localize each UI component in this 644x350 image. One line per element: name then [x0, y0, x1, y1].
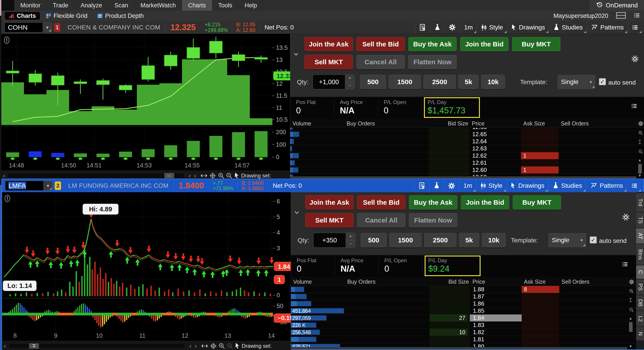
- price-cell[interactable]: 1.85: [470, 307, 522, 314]
- zoom-in-icon[interactable]: [218, 343, 225, 349]
- menu-tools[interactable]: Tools: [212, 0, 238, 11]
- sell-the-bid-button[interactable]: Sell the Bid: [356, 37, 405, 51]
- timeframe-selector[interactable]: 1m: [459, 179, 476, 192]
- cancel-all-button[interactable]: Cancel All: [356, 55, 405, 69]
- flatten-now-button[interactable]: Flatten Now: [409, 213, 457, 227]
- bid-size-cell[interactable]: 27: [430, 315, 468, 322]
- qty-decrement-button[interactable]: −: [345, 82, 354, 89]
- ladder-zoom-in-icon[interactable]: [638, 130, 643, 136]
- sell-mkt-button[interactable]: Sell MKT: [304, 55, 353, 69]
- ladder-center-icon[interactable]: [629, 298, 632, 303]
- price-cell[interactable]: 1.80: [470, 343, 522, 347]
- price-cell[interactable]: 12.66: [469, 128, 521, 131]
- qty-increment-button[interactable]: +: [346, 233, 355, 240]
- menu-analyze[interactable]: Analyze: [75, 0, 108, 11]
- split-layout-icon[interactable]: [616, 12, 626, 20]
- ladder-row[interactable]: 1.81: [291, 336, 636, 343]
- buy-the-ask-button[interactable]: Buy the Ask: [408, 37, 456, 51]
- symbol-dropdown-arrow-icon[interactable]: ▾: [44, 181, 52, 190]
- ladder-hscrollbar[interactable]: [290, 176, 636, 178]
- gadget-tab-db[interactable]: DB: [636, 295, 644, 311]
- page-left-icon[interactable]: ‹: [190, 341, 192, 350]
- ask-size-cell[interactable]: 1: [521, 167, 558, 174]
- gadget-tab-btns[interactable]: Btns: [636, 244, 644, 265]
- quick-study-icon[interactable]: [429, 179, 444, 192]
- gadget-tab-trd[interactable]: Trd: [636, 193, 644, 212]
- view-tab-product-depth[interactable]: Product Depth: [93, 11, 148, 20]
- ladder-row[interactable]: 425,5711.80: [291, 343, 636, 347]
- stats-menu-icon[interactable]: [631, 103, 637, 110]
- quick-study-icon[interactable]: [430, 21, 444, 34]
- join-the-ask-button[interactable]: Join the Ask: [304, 37, 353, 51]
- menu-scan[interactable]: Scan: [108, 0, 134, 11]
- price-cell[interactable]: 12.60: [469, 167, 521, 174]
- ladder-settings-icon[interactable]: [629, 279, 634, 286]
- panel-settings-icon[interactable]: [632, 55, 639, 63]
- scroll-up-icon[interactable]: ▴: [639, 157, 641, 163]
- ladder-row[interactable]: 1.87: [291, 293, 636, 300]
- gadget-tab-at[interactable]: AT: [636, 228, 644, 243]
- ladder-row[interactable]: 297,059271.84: [291, 315, 636, 322]
- cancel-all-button[interactable]: Cancel All: [357, 213, 406, 227]
- scroll-thumb[interactable]: [638, 164, 642, 174]
- price-cell[interactable]: 12.59: [469, 174, 521, 176]
- ladder-row[interactable]: 12.59: [290, 174, 644, 176]
- drawing-set-selector[interactable]: Drawing set: Default: [242, 343, 291, 350]
- style-menu[interactable]: Style: [477, 21, 507, 34]
- qty-increment-button[interactable]: +: [345, 75, 354, 82]
- sell-the-bid-button[interactable]: Sell the Bid: [357, 195, 406, 210]
- ladder-center-icon[interactable]: [638, 140, 642, 145]
- qty-preset-500[interactable]: 500: [361, 233, 386, 247]
- collapse-chevron-icon[interactable]: [294, 53, 299, 57]
- ladder-row[interactable]: 226 K1.83: [291, 322, 636, 329]
- ladder-row[interactable]: 12.601: [290, 167, 644, 174]
- scroll-down-icon[interactable]: ▾: [630, 344, 632, 349]
- qty-preset-2500[interactable]: 2500: [424, 75, 456, 89]
- studies-menu[interactable]: Studies: [549, 21, 586, 34]
- scroll-up-icon[interactable]: ▴: [630, 315, 632, 321]
- buy-mkt-button[interactable]: Buy MKT: [513, 195, 561, 210]
- patterns-menu[interactable]: Patterns: [587, 21, 628, 34]
- ladder-row[interactable]: 256,548101.82: [291, 329, 636, 336]
- ladder-row[interactable]: 1.86: [291, 300, 636, 307]
- studies-menu[interactable]: Studies: [548, 179, 586, 192]
- ladder-row[interactable]: 12.64: [290, 138, 644, 145]
- stats-menu-icon[interactable]: [622, 261, 628, 268]
- flatten-now-button[interactable]: Flatten Now: [408, 55, 456, 69]
- scroll-left-arrow-icon[interactable]: ‹: [4, 341, 6, 350]
- menu-monitor[interactable]: Monitor: [14, 0, 47, 11]
- price-cell[interactable]: 1.83: [470, 322, 522, 329]
- gadget-tab-c[interactable]: C: [636, 265, 644, 279]
- ladder-row[interactable]: 12.621: [290, 152, 644, 159]
- gadget-tab-ps[interactable]: PS: [636, 279, 644, 295]
- zoom-out-icon[interactable]: [226, 172, 232, 179]
- symbol-dropdown-arrow-icon[interactable]: ▾: [43, 23, 52, 32]
- news-icon[interactable]: [414, 179, 429, 192]
- chart-settings-icon[interactable]: [444, 179, 459, 192]
- qty-preset-2500[interactable]: 2500: [424, 233, 456, 247]
- ask-size-cell[interactable]: 8: [522, 286, 559, 293]
- chart-menu-icon[interactable]: [628, 21, 642, 34]
- auto-send-checkbox[interactable]: ✓: [590, 236, 597, 243]
- drawings-menu[interactable]: Drawings: [506, 179, 548, 192]
- drawings-menu[interactable]: Drawings: [507, 21, 549, 34]
- template-dropdown[interactable]: Single▾: [558, 75, 595, 89]
- chart-scrollbar-thumb[interactable]: |||: [164, 173, 174, 178]
- style-menu[interactable]: Style: [476, 179, 506, 192]
- menu-trade[interactable]: Trade: [47, 0, 75, 11]
- qty-preset-5k[interactable]: 5k: [458, 75, 478, 89]
- scroll-down-icon[interactable]: ▾: [639, 173, 641, 178]
- zoom-in-icon[interactable]: [218, 172, 224, 179]
- panel-settings-icon[interactable]: [622, 214, 630, 222]
- view-tab-charts[interactable]: Charts: [4, 11, 40, 20]
- chart-scrollbar[interactable]: [8, 343, 185, 349]
- gadget-tab-l2[interactable]: L2: [636, 311, 644, 326]
- timeframe-selector[interactable]: 1m: [460, 21, 477, 34]
- qty-preset-1500[interactable]: 1500: [389, 233, 422, 247]
- ladder-zoom-in-icon[interactable]: [629, 289, 634, 294]
- menu-help[interactable]: Help: [238, 0, 264, 11]
- chart-settings-icon[interactable]: [444, 21, 460, 34]
- cursor-tool-icon[interactable]: [234, 172, 240, 179]
- crosshair-icon[interactable]: [210, 343, 217, 349]
- price-cell[interactable]: 1.82: [470, 329, 522, 336]
